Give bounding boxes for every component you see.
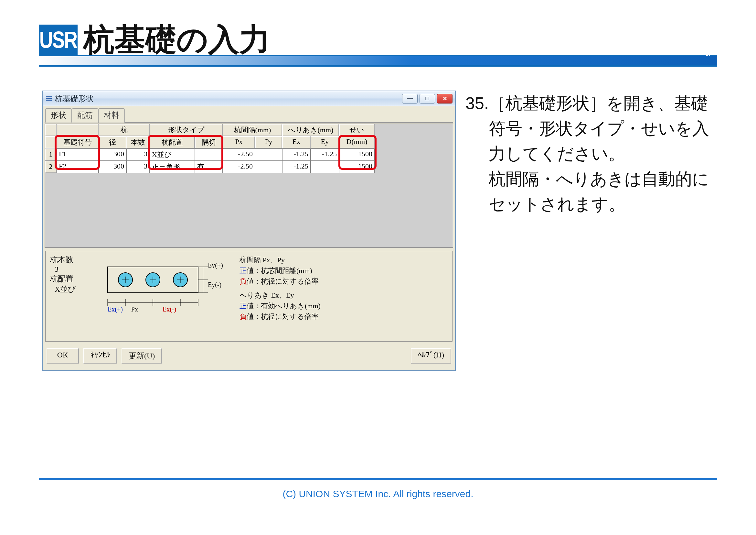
cell-ey[interactable] <box>310 161 339 173</box>
instruction-block: 35. ［杭基礎形状］を開き、基礎符号・形状タイプ・せいを入力してください。 杭… <box>466 91 714 217</box>
maximize-button[interactable]: □ <box>419 94 435 103</box>
cell-ey[interactable]: -1.25 <box>310 149 339 161</box>
cell-fugo[interactable]: F1 <box>57 149 98 161</box>
tab-strip: 形状 配筋 材料 <box>43 106 455 122</box>
col-sumikiri[interactable]: 隅切 <box>195 136 223 149</box>
cell-sumikiri[interactable] <box>195 149 223 161</box>
update-button[interactable]: 更新(U) <box>122 348 162 364</box>
cell-px[interactable]: -2.50 <box>223 161 255 173</box>
cell-sumikiri[interactable]: 有 <box>195 161 223 173</box>
col-px[interactable]: Px <box>223 136 255 149</box>
cell-ex[interactable]: -1.25 <box>282 149 310 161</box>
grid-group-edge: へりあき(mm) <box>282 124 339 136</box>
diag-px: Px <box>131 306 138 313</box>
svg-rect-2 <box>46 99 52 100</box>
cancel-button[interactable]: ｷｬﾝｾﾙ <box>83 348 117 364</box>
cell-px[interactable]: -2.50 <box>223 149 255 161</box>
grid-group-blank <box>57 124 98 136</box>
cell-honsu[interactable]: 3 <box>126 161 149 173</box>
svg-rect-1 <box>46 98 52 99</box>
diag-ey-plus: Ey(+) <box>208 262 223 269</box>
cell-fugo[interactable]: F2 <box>57 161 98 173</box>
legend-panel: 杭本数 3 杭配置 X並び <box>45 251 452 342</box>
col-ex[interactable]: Ex <box>282 136 310 149</box>
legend-edge-pos: 値：有効へりあき(mm) <box>247 302 321 310</box>
table-row[interactable]: 2 F2 300 3 正三角形 有 -2.50 -1.25 1500 <box>45 161 453 173</box>
cell-py[interactable] <box>255 161 282 173</box>
tab-rebar[interactable]: 配筋 <box>72 108 98 123</box>
col-kiso-fugo[interactable]: 基礎符号 <box>57 136 98 149</box>
legend-honsu-label: 杭本数 <box>50 255 89 265</box>
col-honsu[interactable]: 本数 <box>126 136 149 149</box>
tab-material[interactable]: 材料 <box>98 108 125 123</box>
cell-kei[interactable]: 300 <box>98 161 126 173</box>
cell-kei[interactable]: 300 <box>98 149 126 161</box>
cell-d[interactable]: 1500 <box>339 161 375 173</box>
cell-py[interactable] <box>255 149 282 161</box>
usr-logo: USR <box>39 25 78 55</box>
tab-shape[interactable]: 形状 <box>45 108 72 123</box>
ok-button[interactable]: OK <box>46 348 79 364</box>
page-title: 杭基礎の入力 <box>83 24 270 55</box>
instruction-text: ［杭基礎形状］を開き、基礎符号・形状タイプ・せいを入力してください。 杭間隔・へ… <box>489 91 714 217</box>
row-number: 2 <box>45 161 57 173</box>
row-number: 1 <box>45 149 57 161</box>
window-title: 杭基礎形状 <box>55 94 94 104</box>
grid-group-sei: せい <box>339 124 375 136</box>
col-dmm[interactable]: D(mm) <box>339 136 375 149</box>
pile-layout-diagram: Ey(+) Ey(-) Ex(+) Px Ex(-) <box>95 255 234 338</box>
legend-pitch-neg: 値：杭径に対する倍率 <box>247 277 319 285</box>
grid-corner <box>45 124 57 136</box>
col-rownum <box>45 136 57 149</box>
legend-pitch-pos: 値：杭芯間距離(mm) <box>247 267 312 275</box>
footer-divider <box>39 478 717 480</box>
diag-ex-plus: Ex(+) <box>108 306 123 313</box>
cell-haichi[interactable]: 正三角形 <box>149 161 195 173</box>
window-titlebar[interactable]: 杭基礎形状 — □ ✕ <box>43 91 455 106</box>
diag-ex-minus: Ex(-) <box>163 306 176 313</box>
dialog-window: 杭基礎形状 — □ ✕ 形状 配筋 材料 <box>42 91 456 371</box>
grid-group-pile: 杭 <box>98 124 149 136</box>
col-py[interactable]: Py <box>255 136 282 149</box>
legend-pos-label2: 正 <box>239 302 247 310</box>
col-kei[interactable]: 径 <box>98 136 126 149</box>
legend-haichi-label: 杭配置 <box>50 274 89 284</box>
diag-ey-minus: Ey(-) <box>208 281 221 288</box>
legend-pitch-title: 杭間隔 Px、Py <box>239 255 448 265</box>
data-grid[interactable]: 杭 形状タイプ 杭間隔(mm) へりあき(mm) せい 基礎符号 径 本数 <box>44 124 453 248</box>
close-button[interactable]: ✕ <box>437 94 452 103</box>
cell-d[interactable]: 1500 <box>339 149 375 161</box>
cell-honsu[interactable]: 3 <box>126 149 149 161</box>
cell-ex[interactable]: -1.25 <box>282 161 310 173</box>
cell-haichi[interactable]: X並び <box>149 149 195 161</box>
legend-neg-label2: 負 <box>239 312 247 321</box>
col-ey[interactable]: Ey <box>310 136 339 149</box>
header-url: www.unions.co.jp <box>639 45 714 56</box>
minimize-button[interactable]: — <box>402 94 418 103</box>
legend-neg-label: 負 <box>239 277 247 285</box>
table-row[interactable]: 1 F1 300 3 X並び -2.50 -1.25 -1.25 1500 <box>45 149 453 161</box>
legend-haichi-value: X並び <box>50 284 89 294</box>
grid-empty-area <box>45 173 453 247</box>
legend-edge-title: へりあき Ex、Ey <box>239 290 448 300</box>
legend-edge-neg: 値：杭径に対する倍率 <box>247 312 319 321</box>
svg-rect-0 <box>46 97 52 98</box>
window-icon <box>45 95 52 102</box>
help-button[interactable]: ﾍﾙﾌﾟ(H) <box>411 348 451 364</box>
grid-group-shapetype: 形状タイプ <box>149 124 223 136</box>
footer-copyright: (C) UNION SYSTEM Inc. All rights reserve… <box>0 489 756 499</box>
legend-pos-label: 正 <box>239 267 247 275</box>
grid-group-pitch: 杭間隔(mm) <box>223 124 282 136</box>
legend-honsu-value: 3 <box>50 265 89 274</box>
usr-logo-text: USR <box>40 28 77 52</box>
title-gradient-bar <box>39 55 717 67</box>
col-haichi[interactable]: 杭配置 <box>149 136 195 149</box>
instruction-number: 35. <box>466 91 489 217</box>
